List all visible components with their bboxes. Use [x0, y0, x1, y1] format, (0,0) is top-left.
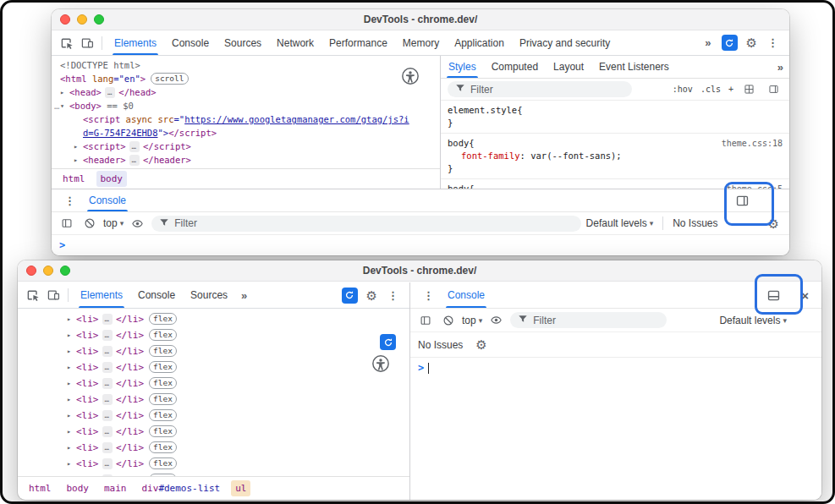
tree-collapsed-icon[interactable]: ▸	[67, 375, 76, 391]
device-toolbar-icon[interactable]	[77, 33, 97, 53]
breadcrumb-html[interactable]: html	[58, 171, 90, 187]
dom-tree-node[interactable]: ▸<head>…</head>	[52, 85, 440, 99]
tab-computed[interactable]: Computed	[484, 56, 546, 78]
flex-badge[interactable]: flex	[149, 409, 177, 421]
flex-badge[interactable]: flex	[149, 393, 177, 405]
breadcrumb-body[interactable]: body	[96, 171, 128, 187]
tab-sources[interactable]: Sources	[217, 30, 269, 55]
tab-elements[interactable]: Elements	[73, 282, 130, 308]
console-filter-input[interactable]: Filter	[510, 312, 667, 328]
issues-count[interactable]: No Issues	[673, 217, 717, 229]
tab-memory[interactable]: Memory	[395, 30, 447, 55]
tree-collapsed-icon[interactable]: ▸	[67, 311, 76, 326]
breadcrumb-body[interactable]: body	[63, 480, 94, 496]
tab-application[interactable]: Application	[447, 30, 512, 55]
dom-tree-node[interactable]: ▸<li>…</li>flex	[18, 408, 409, 424]
styles-toolbar-button[interactable]: +	[728, 85, 733, 94]
console-context-select[interactable]: top ▾	[103, 217, 124, 229]
tree-collapsed-icon[interactable]: ▸	[67, 327, 76, 342]
flex-badge[interactable]: flex	[149, 313, 177, 325]
breadcrumb-ul[interactable]: ul	[231, 480, 250, 496]
breadcrumb-main[interactable]: main	[100, 480, 131, 496]
accessibility-icon[interactable]	[371, 354, 390, 376]
more-tabs-icon[interactable]: »	[772, 61, 789, 74]
tab-console[interactable]: Console	[130, 282, 183, 308]
dom-tree-node[interactable]: ▸<li>…</li>flex	[18, 311, 409, 327]
more-tabs-icon[interactable]: »	[235, 289, 253, 302]
settings-gear-icon[interactable]: ⚙	[742, 36, 761, 49]
dom-tree-node[interactable]: ▸<main>…</main>	[52, 167, 440, 168]
eye-icon[interactable]	[129, 215, 146, 233]
more-options-icon[interactable]: ⋮	[382, 289, 404, 302]
tab-privacy-and-security[interactable]: Privacy and security	[512, 30, 618, 55]
console-prompt-row[interactable]: >	[52, 235, 789, 255]
dom-tree-node[interactable]: ▸<li>…</li>flex	[18, 359, 409, 375]
tree-collapsed-icon[interactable]: ▸	[67, 359, 76, 375]
dom-tree-node[interactable]: ▸<li>…</li>flex	[18, 456, 409, 472]
tab-layout[interactable]: Layout	[546, 56, 591, 78]
log-levels-select[interactable]: Default levels ▾	[586, 217, 654, 229]
tab-console[interactable]: Console	[440, 282, 492, 308]
dom-tree-node[interactable]: ▸<li>…</li>flex	[18, 440, 409, 456]
tab-network[interactable]: Network	[269, 30, 321, 55]
flex-badge[interactable]: flex	[149, 361, 177, 373]
settings-gear-icon[interactable]: ⚙	[362, 289, 382, 302]
tree-collapsed-icon[interactable]: ▸	[67, 424, 76, 439]
tab-console-drawer[interactable]: Console	[81, 189, 134, 211]
styles-toolbar-button[interactable]: :hov	[673, 85, 693, 94]
drawer-menu-icon[interactable]: ⋮	[417, 289, 440, 302]
console-sidebar-icon[interactable]	[416, 311, 434, 329]
breadcrumb-div-demos-list[interactable]: div#demos-list	[138, 480, 225, 496]
inspect-element-icon[interactable]	[23, 285, 43, 305]
tree-collapsed-icon[interactable]: ▸	[67, 440, 76, 455]
close-window-button[interactable]	[60, 14, 70, 25]
flex-badge[interactable]: flex	[149, 457, 177, 469]
dom-tree-node[interactable]: ▸<li>…</li>flex	[18, 392, 409, 408]
accessibility-icon[interactable]	[401, 67, 420, 89]
tree-collapsed-icon[interactable]: ▸	[67, 408, 76, 423]
flex-badge[interactable]: flex	[149, 345, 177, 357]
dom-tree-node[interactable]: ▸<script>…</script>	[52, 140, 440, 153]
dom-tree-node[interactable]: ▸<header>…</header>	[52, 153, 440, 167]
minimize-window-button[interactable]	[43, 266, 53, 276]
minimize-window-button[interactable]	[77, 14, 87, 25]
tree-collapsed-icon[interactable]: ▸	[67, 392, 76, 407]
dom-tree-node[interactable]: ▸<li>…</li>flex	[18, 343, 409, 359]
stylesheet-source-link[interactable]: theme.css:18	[722, 137, 783, 150]
computed-sidebar-icon[interactable]	[765, 80, 783, 98]
sync-extension-icon[interactable]	[722, 35, 738, 51]
sync-extension-icon[interactable]	[342, 288, 358, 304]
tree-collapsed-icon[interactable]: ▸	[67, 456, 76, 471]
inspect-element-icon[interactable]	[57, 33, 77, 53]
tab-event-listeners[interactable]: Event Listeners	[591, 56, 677, 78]
tree-collapsed-icon[interactable]: ▸	[67, 343, 76, 359]
console-sidebar-icon[interactable]	[58, 215, 75, 233]
breadcrumb-html[interactable]: html	[25, 480, 56, 496]
flex-badge[interactable]: flex	[149, 441, 177, 453]
tab-sources[interactable]: Sources	[183, 282, 235, 308]
tab-elements[interactable]: Elements	[107, 30, 164, 55]
dom-tree-node[interactable]: <html lang="en">scroll	[52, 72, 440, 85]
more-options-icon[interactable]: ⋮	[761, 36, 784, 49]
clear-console-icon[interactable]	[80, 215, 98, 233]
tree-collapsed-icon[interactable]: ▸	[74, 153, 83, 167]
console-prompt-row[interactable]: >	[410, 358, 821, 378]
tab-styles[interactable]: Styles	[441, 56, 484, 78]
console-settings-icon[interactable]: ⚙	[471, 338, 491, 351]
tree-collapsed-icon[interactable]: ▸	[74, 140, 83, 153]
device-toolbar-icon[interactable]	[43, 285, 63, 305]
dom-tree-node[interactable]: <!DOCTYPE html>	[52, 58, 440, 72]
flex-badge[interactable]: flex	[149, 425, 177, 437]
console-context-select[interactable]: top ▾	[462, 315, 482, 326]
zoom-window-button[interactable]	[94, 14, 104, 25]
dom-tree-node[interactable]: …▾<body> == $0	[52, 99, 440, 112]
issues-count[interactable]: No Issues	[418, 339, 463, 351]
more-tabs-icon[interactable]: »	[699, 36, 717, 49]
clear-console-icon[interactable]	[439, 311, 457, 329]
tree-collapsed-icon[interactable]: ▸	[60, 85, 69, 99]
dom-tree-node[interactable]: ▸<li>…</li>flex	[18, 375, 409, 392]
styles-filter-input[interactable]: Filter	[448, 81, 632, 97]
dom-tree-node[interactable]: ▸<li>…</li>flex	[18, 424, 409, 440]
css-rule[interactable]: element.style {}	[441, 101, 789, 134]
css-rule[interactable]: body {theme.css:18font-family: var(--fon…	[441, 134, 789, 179]
